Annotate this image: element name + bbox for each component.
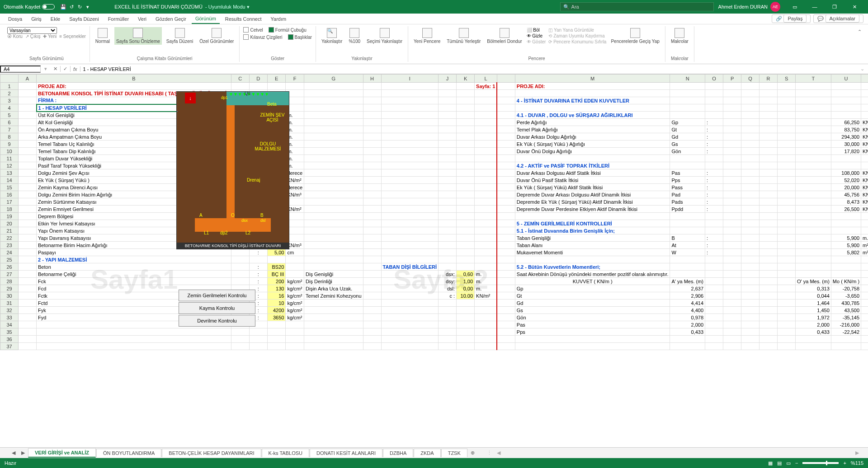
maximize-icon: ❐ <box>825 0 844 14</box>
zoom-in-icon[interactable]: + <box>843 460 846 466</box>
sheet-tabs: ◀ ▶ VERİ GİRİŞİ ve ANALİZ ÖN BOYUTLANDIR… <box>0 447 868 458</box>
tab-on-boyut[interactable]: ÖN BOYUTLANDIRMA <box>96 449 161 457</box>
formula-bar: ▾ ✕ ✓ fx 1 - HESAP VERİLERİ ⌄ <box>0 64 868 74</box>
tab-beton[interactable]: BETON-ÇELİK HESAP DAYANIMLARI <box>162 449 261 457</box>
page-break-button[interactable]: Sayfa Sonu Önizleme <box>114 27 162 45</box>
formula-input[interactable]: 1 - HESAP VERİLERİ <box>80 66 857 72</box>
zoom-out-icon[interactable]: − <box>795 460 798 466</box>
tab-veri-girisi[interactable]: VERİ GİRİŞİ ve ANALİZ <box>28 448 96 458</box>
wall-diagram: ▼▼▼▼▼▼▼▼▼ Qs Beta ZEMİN ŞEV AÇISI DOLGU … <box>176 91 289 249</box>
menu-veri[interactable]: Veri <box>134 14 150 23</box>
avatar: AE <box>770 2 780 12</box>
document-title: EXCEL İLE İSTİNAT DUVARI ÇÖZÜMÜ - Uyumlu… <box>96 4 555 10</box>
quick-access[interactable]: 💾↺↻▾ <box>59 3 92 11</box>
search-box[interactable]: 🔍Ara <box>560 2 714 11</box>
cancel-icon[interactable]: ✕ <box>51 66 61 72</box>
zoom-selection-button[interactable]: Seçimi Yakınlaştır <box>365 27 404 45</box>
zoom-button[interactable]: 🔍Yakınlaştır <box>320 27 344 45</box>
share-button[interactable]: 🔗 Paylaş <box>772 14 811 23</box>
custom-views-button[interactable]: Özel Görünümler <box>198 27 236 45</box>
title-bar: Otomatik Kaydet 💾↺↻▾ EXCEL İLE İSTİNAT D… <box>0 0 868 14</box>
fx-icon[interactable]: fx <box>71 66 80 72</box>
tab-kks[interactable]: K-ks TABLOSU <box>262 449 309 457</box>
autosave-toggle[interactable]: Otomatik Kaydet <box>4 4 55 9</box>
arrange-all-button[interactable]: Tümünü Yerleştir <box>445 27 482 45</box>
close-icon: ✕ <box>844 0 864 14</box>
macros-button[interactable]: Makrolar <box>669 27 690 45</box>
kayma-button[interactable]: Kayma Kontrolu <box>179 302 255 314</box>
ribbon: Varsayılan ⦿ Koru ↗ Çıkış ✚ Yeni ≡ Seçen… <box>0 24 868 64</box>
tab-tzsk[interactable]: TZSK <box>441 449 467 457</box>
new-window-button[interactable]: Yeni Pencere <box>412 27 442 45</box>
menu-results[interactable]: Results Connect <box>222 14 265 23</box>
new-sheet-icon[interactable]: ⊕ <box>468 450 477 456</box>
save-icon: 💾 <box>59 3 67 11</box>
view-page-icon[interactable]: ▤ <box>777 460 782 466</box>
menu-yardim[interactable]: Yardım <box>267 14 290 23</box>
menu-bar: Dosya Giriş Ekle Sayfa Düzeni Formüller … <box>0 14 868 24</box>
user-account[interactable]: Ahmet Erdem DURAN AE <box>718 2 780 12</box>
menu-dosya[interactable]: Dosya <box>5 14 26 23</box>
name-box[interactable] <box>0 66 41 73</box>
collapse-ribbon-icon[interactable]: ⌃ <box>855 26 864 62</box>
enter-icon[interactable]: ✓ <box>61 66 71 72</box>
tab-donati[interactable]: DONATI KESİT ALANLARI <box>310 449 382 457</box>
page-layout-button[interactable]: Sayfa Düzeni <box>165 27 195 45</box>
switch-windows-button[interactable]: Pencerelerde Geçiş Yap <box>609 27 661 45</box>
devrilme-button[interactable]: Devrilme Kontrolu <box>179 315 255 327</box>
ribbon-mode-icon: ▭ <box>785 0 805 14</box>
minimize-icon: — <box>805 0 825 14</box>
status-bar: Hazır ▦ ▤ ▭ − + %115 <box>0 458 868 468</box>
window-controls[interactable]: ▭—❐✕ <box>785 0 864 14</box>
comments-button[interactable]: 💬 Açıklamalar <box>813 14 863 23</box>
tab-zkda[interactable]: ZKDA <box>414 449 440 457</box>
worksheet[interactable]: Sayfa1 Sayfa 2 ABCDEFGHIJKLMNOPQRSTUVWXY… <box>0 74 868 447</box>
sheet-view-dd[interactable]: Varsayılan <box>7 27 57 34</box>
control-buttons: Zemin Gerilmeleri Kontrolu Kayma Kontrol… <box>179 289 255 328</box>
normal-view-button[interactable]: Normal <box>94 27 112 45</box>
zoom-100-button[interactable]: %100 <box>347 27 362 45</box>
menu-formuller[interactable]: Formüller <box>104 14 132 23</box>
view-break-icon[interactable]: ▭ <box>786 460 791 466</box>
menu-sayfa-duzeni[interactable]: Sayfa Düzeni <box>66 14 102 23</box>
tab-dzbha[interactable]: DZBHA <box>383 449 413 457</box>
freeze-panes-button[interactable]: Bölmeleri Dondur <box>485 27 524 45</box>
search-icon: 🔍 <box>563 4 570 10</box>
view-normal-icon[interactable]: ▦ <box>768 460 773 466</box>
menu-ekle[interactable]: Ekle <box>47 14 64 23</box>
menu-giris[interactable]: Giriş <box>28 14 45 23</box>
zemin-button[interactable]: Zemin Gerilmeleri Kontrolu <box>179 290 255 301</box>
zoom-level[interactable]: %115 <box>851 460 863 466</box>
menu-gozden-gecir[interactable]: Gözden Geçir <box>152 14 190 23</box>
menu-gorunum[interactable]: Görünüm <box>192 14 220 24</box>
